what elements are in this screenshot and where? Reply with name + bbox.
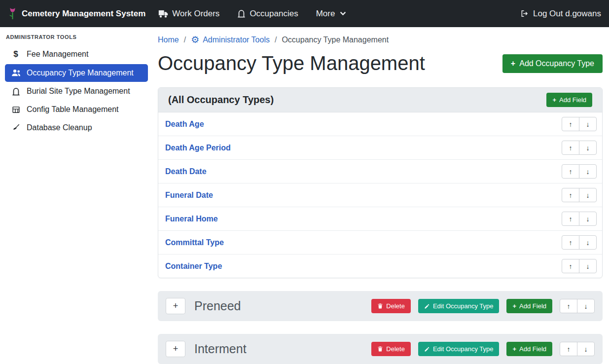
tombstone-icon (237, 9, 246, 18)
reorder-button-group: ↑ ↓ (562, 212, 597, 226)
nav-work-orders[interactable]: Work Orders (158, 9, 219, 19)
move-up-button[interactable]: ↑ (560, 299, 577, 313)
field-row: Container Type ↑ ↓ (158, 255, 602, 278)
truck-icon (158, 10, 168, 18)
plus-icon: + (512, 302, 516, 310)
broom-icon (10, 123, 22, 132)
plus-icon: + (173, 344, 179, 354)
reorder-button-group: ↑ ↓ (562, 259, 597, 273)
move-up-button[interactable]: ↑ (562, 188, 579, 202)
move-down-button[interactable]: ↓ (577, 342, 595, 356)
top-navbar: Cemetery Management System Work Orders O… (0, 0, 609, 27)
field-link[interactable]: Death Date (165, 167, 207, 176)
main-nav: Work Orders Occupancies More (158, 9, 346, 19)
reorder-button-group: ↑ ↓ (560, 299, 595, 313)
add-field-button[interactable]: + Add Field (546, 93, 592, 107)
move-up-button[interactable]: ↑ (562, 141, 579, 155)
expand-button[interactable]: + (166, 298, 185, 314)
trash-icon (377, 303, 383, 309)
move-down-button[interactable]: ↓ (577, 299, 595, 313)
move-down-button[interactable]: ↓ (579, 212, 597, 226)
dollar-icon: $ (10, 49, 22, 59)
down-arrow-icon: ↓ (584, 303, 588, 310)
up-arrow-icon: ↑ (569, 121, 573, 128)
sidebar-item-burial-site-type-management[interactable]: Burial Site Type Management (5, 82, 148, 100)
up-arrow-icon: ↑ (567, 303, 571, 310)
up-arrow-icon: ↑ (569, 263, 573, 270)
sidebar-item-fee-management[interactable]: $ Fee Management (5, 45, 148, 64)
field-link[interactable]: Death Age Period (165, 144, 231, 152)
field-link[interactable]: Death Age (165, 120, 204, 129)
field-row: Funeral Home ↑ ↓ (158, 207, 602, 231)
reorder-button-group: ↑ ↓ (562, 117, 597, 131)
move-down-button[interactable]: ↓ (579, 259, 597, 273)
add-occupancy-type-button[interactable]: + Add Occupancy Type (502, 54, 603, 73)
delete-button[interactable]: Delete (371, 299, 411, 313)
move-up-button[interactable]: ↑ (562, 117, 579, 131)
section-title: Preneed (194, 299, 241, 313)
down-arrow-icon: ↓ (586, 168, 590, 175)
sidebar-item-database-cleanup[interactable]: Database Cleanup (5, 119, 148, 137)
move-up-button[interactable]: ↑ (562, 164, 579, 179)
field-link[interactable]: Funeral Home (165, 215, 218, 223)
down-arrow-icon: ↓ (584, 346, 588, 353)
nav-occupancies-label: Occupancies (250, 9, 298, 19)
move-up-button[interactable]: ↑ (562, 259, 579, 273)
move-up-button[interactable]: ↑ (560, 342, 577, 356)
sidebar-item-occupancy-type-management[interactable]: Occupancy Type Management (5, 64, 148, 82)
down-arrow-icon: ↓ (586, 239, 590, 246)
plus-icon: + (512, 345, 516, 353)
field-link[interactable]: Funeral Date (165, 191, 213, 200)
down-arrow-icon: ↓ (586, 145, 590, 151)
field-row: Death Age ↑ ↓ (158, 112, 602, 136)
move-up-button[interactable]: ↑ (562, 212, 579, 226)
section-title: Interment (194, 342, 247, 356)
move-down-button[interactable]: ↓ (579, 188, 597, 202)
expand-button[interactable]: + (166, 341, 185, 357)
field-link[interactable]: Container Type (165, 262, 222, 271)
edit-occupancy-type-button[interactable]: Edit Occupancy Type (418, 299, 500, 313)
sidebar-item-label: Config Table Management (27, 105, 119, 114)
move-down-button[interactable]: ↓ (579, 117, 597, 131)
reorder-button-group: ↑ ↓ (562, 188, 597, 202)
move-down-button[interactable]: ↓ (579, 235, 597, 250)
breadcrumb-home-link[interactable]: Home (158, 36, 179, 44)
app-brand[interactable]: Cemetery Management System (8, 7, 145, 20)
field-row: Funeral Date ↑ ↓ (158, 183, 602, 207)
reorder-button-group: ↑ ↓ (562, 164, 597, 179)
add-field-button[interactable]: + Add Field (506, 299, 552, 313)
delete-button[interactable]: Delete (371, 342, 411, 356)
breadcrumb-admin-tools-link[interactable]: ⚙ Administrator Tools (191, 35, 270, 44)
card-header: (All Occupancy Types) + Add Field (158, 88, 602, 112)
down-arrow-icon: ↓ (586, 263, 590, 270)
logout-link[interactable]: Log Out d.gowans (520, 9, 601, 19)
up-arrow-icon: ↑ (569, 239, 573, 246)
sidebar-item-config-table-management[interactable]: Config Table Management (5, 101, 148, 118)
edit-occupancy-type-button[interactable]: Edit Occupancy Type (418, 342, 500, 356)
nav-occupancies[interactable]: Occupancies (237, 9, 298, 19)
sidebar-item-label: Database Cleanup (27, 123, 92, 132)
field-row: Death Age Period ↑ ↓ (158, 136, 602, 160)
up-arrow-icon: ↑ (567, 346, 571, 353)
nav-more[interactable]: More (316, 9, 347, 19)
add-field-button[interactable]: + Add Field (506, 342, 552, 356)
move-down-button[interactable]: ↓ (579, 141, 597, 155)
down-arrow-icon: ↓ (586, 121, 590, 128)
plus-icon: + (552, 96, 556, 104)
breadcrumb: Home / ⚙ Administrator Tools / Occupancy… (158, 35, 603, 44)
move-down-button[interactable]: ↓ (579, 164, 597, 179)
field-link[interactable]: Committal Type (165, 238, 224, 247)
breadcrumb-current: Occupancy Type Management (282, 36, 389, 44)
breadcrumb-separator: / (184, 36, 186, 44)
up-arrow-icon: ↑ (569, 168, 573, 175)
logout-icon (520, 9, 529, 18)
move-up-button[interactable]: ↑ (562, 235, 579, 250)
card-title: (All Occupancy Types) (168, 94, 274, 106)
tombstone-icon (10, 87, 22, 96)
occupancy-type-section-preneed: + Preneed Delete Edit Occupanc (158, 291, 603, 321)
pencil-icon (424, 346, 430, 352)
field-row: Death Date ↑ ↓ (158, 160, 602, 183)
main-content: Home / ⚙ Administrator Tools / Occupancy… (158, 27, 603, 364)
breadcrumb-separator: / (275, 36, 277, 44)
section-actions: Delete Edit Occupancy Type + Add Field ↑ (371, 299, 595, 313)
